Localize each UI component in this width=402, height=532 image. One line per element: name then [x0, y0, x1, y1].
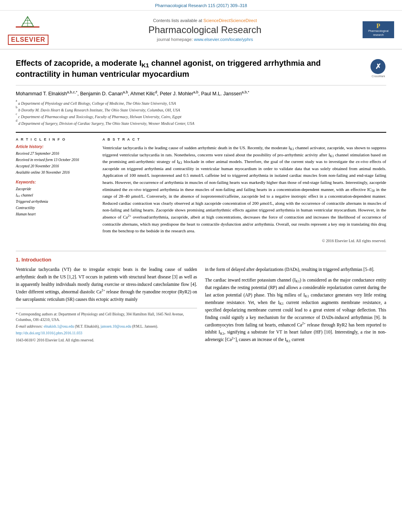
received-date: Received 27 September 2016	[16, 150, 95, 157]
journal-header: ELSEVIER Contents lists available at Sci…	[0, 11, 402, 50]
journal-main-title: Pharmacological Research	[47, 24, 363, 35]
keyword-3: Triggered arrhythmia	[16, 198, 95, 205]
top-bar: Pharmacological Research 115 (2017) 309–…	[0, 0, 402, 11]
revised-date: Received in revised form 13 October 2016	[16, 157, 95, 163]
online-date: Available online 30 November 2016	[16, 169, 95, 176]
pharm-logo-box: P Pharmacological research	[363, 21, 394, 38]
email-link-2[interactable]: janssen.10@osu.edu	[100, 324, 131, 328]
affiliations: a a Department of Physiology and Cell Bi…	[16, 100, 386, 126]
keywords-list: Zacopride IK1 channel Triggered arrhythm…	[16, 186, 95, 218]
intro-left-col: Ventricular tachycardia (VT) due to irre…	[16, 266, 197, 347]
intro-right-col: in the form of delayed after depolarizat…	[205, 266, 386, 347]
journal-homepage: journal homepage: www.elsevier.com/locat…	[47, 37, 363, 42]
doi-link[interactable]: http://dx.doi.org/10.1016/j.phrs.2016.11…	[16, 331, 82, 335]
pharmacological-research-logo: P Pharmacological research	[363, 21, 394, 38]
intro-columns: Ventricular tachycardia (VT) due to irre…	[16, 266, 386, 347]
intro-right-text-2: The cardiac inward rectifier potassium c…	[205, 276, 386, 344]
article-info-header: A R T I C L E I N F O	[16, 137, 95, 141]
star-note: * Corresponding authors at: Department o…	[16, 311, 197, 323]
pharm-logo-text: Pharmacological research	[365, 29, 392, 36]
elsevier-logo: ELSEVIER	[8, 15, 47, 45]
affil-c: c c Department of Pharmacology and Toxic…	[16, 114, 386, 120]
keyword-2: IK1 channel	[16, 192, 95, 198]
issn-line: 1043-6618/© 2016 Elsevier Ltd. All right…	[16, 337, 197, 343]
abstract-header: A B S T R A C T	[102, 137, 386, 141]
abstract-text: Ventricular tachycardia is the leading c…	[102, 145, 386, 235]
elsevier-tree-icon	[8, 15, 47, 34]
article-title-section: Effects of zacopride, a moderate IK1 cha…	[16, 57, 386, 85]
article-title: Effects of zacopride, a moderate IK1 cha…	[16, 57, 367, 80]
accepted-date: Accepted 20 November 2016	[16, 163, 95, 169]
keywords-label: Keywords:	[16, 180, 95, 184]
crossmark-label: CrossMark	[370, 75, 386, 78]
homepage-link[interactable]: www.elsevier.com/locate/yphrs	[194, 37, 253, 42]
affil-a: a a Department of Physiology and Cell Bi…	[16, 100, 386, 106]
email-link[interactable]: elnakish.1@osu.edu	[44, 324, 74, 328]
affil-d: d d Department of Surgery, Division of C…	[16, 120, 386, 126]
affil-b: b b Dorothy M. Davis Heart & Lung Resear…	[16, 107, 386, 113]
elsevier-name: ELSEVIER	[11, 36, 45, 43]
article-dates: Received 27 September 2016 Received in r…	[16, 150, 95, 176]
journal-reference: Pharmacological Research 115 (2017) 309–…	[155, 3, 247, 8]
science-direct-text: ScienceDirect	[230, 18, 257, 23]
intro-left-text: Ventricular tachycardia (VT) due to irre…	[16, 266, 197, 303]
footnotes: * Corresponding authors at: Department o…	[16, 308, 197, 343]
copyright-line: © 2016 Elsevier Ltd. All rights reserved…	[102, 239, 386, 243]
introduction-section: 1. Introduction Ventricular tachycardia …	[16, 257, 386, 347]
keyword-1: Zacopride	[16, 186, 95, 192]
authors-line: Mohammad T. Elnakisha,b,c,*, Benjamin D.…	[16, 91, 386, 96]
doi-line: http://dx.doi.org/10.1016/j.phrs.2016.11…	[16, 330, 197, 336]
header-center: Contents lists available at ScienceDirec…	[47, 18, 363, 42]
email-note: E-mail addresses: elnakish.1@osu.edu (M.…	[16, 324, 197, 329]
abstract-column: A B S T R A C T Ventricular tachycardia …	[102, 137, 386, 243]
elsevier-name-box: ELSEVIER	[8, 35, 48, 45]
contents-label: Contents lists available at ScienceDirec…	[47, 18, 363, 23]
article-history-label: Article history:	[16, 145, 95, 149]
science-direct-link[interactable]: ScienceDirect	[203, 18, 230, 23]
intro-title: 1. Introduction	[16, 257, 386, 263]
article-info-column: A R T I C L E I N F O Article history: R…	[16, 137, 95, 243]
article-content: Effects of zacopride, a moderate IK1 cha…	[0, 50, 402, 354]
crossmark-icon: ✗ CrossMark	[370, 59, 386, 78]
article-info-abstract: A R T I C L E I N F O Article history: R…	[16, 132, 386, 243]
intro-right-text-1: in the form of delayed after depolarizat…	[205, 266, 386, 273]
crossmark-symbol: ✗	[370, 59, 385, 74]
section-divider	[16, 251, 386, 251]
keyword-4: Contractility	[16, 205, 95, 211]
keyword-5: Human heart	[16, 211, 95, 217]
